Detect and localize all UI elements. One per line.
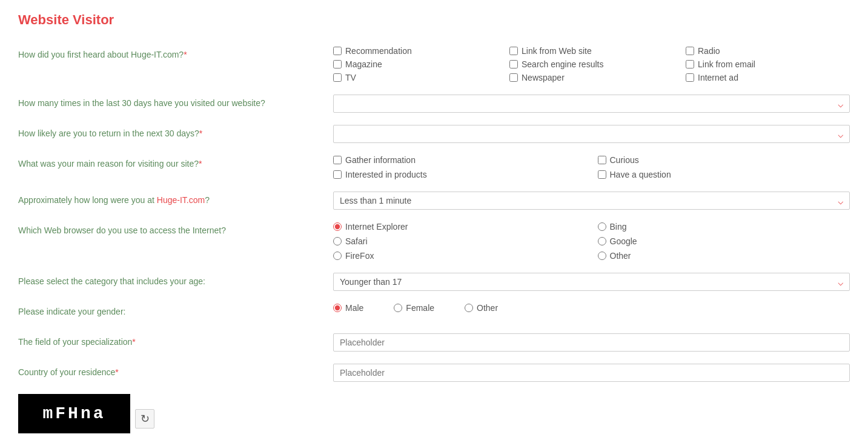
question-5-row: Approximately how long were you at Huge-… [18, 192, 850, 210]
age-select-wrapper: Younger than 17 17-25 26-35 36-45 46-55 … [333, 273, 850, 291]
question-2-label: How many times in the last 30 days have … [18, 95, 333, 110]
question-7-label: Please select the category that includes… [18, 273, 333, 288]
question-3-input: Very likely Likely Unlikely Very unlikel… [333, 125, 850, 143]
radio-female-label: Female [406, 303, 434, 313]
radio-male-label: Male [345, 303, 363, 313]
question-4-row: What was your main reason for visiting o… [18, 155, 850, 179]
checkbox-link-email-label: Link from email [698, 59, 755, 69]
visits-select[interactable]: 1 2-5 6-10 More than 10 [333, 95, 850, 113]
checkbox-newspaper[interactable]: Newspaper [509, 73, 674, 82]
checkbox-mag-label: Magazine [345, 59, 382, 69]
radio-firefox[interactable]: FireFox [333, 251, 586, 261]
visits-select-wrapper: 1 2-5 6-10 More than 10 ⌵ [333, 95, 850, 113]
question-9-label: The field of your specialization* [18, 333, 333, 349]
checkbox-link-web[interactable]: Link from Web site [509, 46, 674, 56]
captcha-row: mFHna ↻ [18, 394, 850, 437]
checkbox-link-web-input[interactable] [509, 47, 518, 55]
captcha-image-row: mFHna ↻ [18, 394, 154, 433]
checkbox-radio-input[interactable] [686, 47, 694, 55]
question-8-label: Please indicate your gender: [18, 303, 333, 318]
captcha-image: mFHna [18, 394, 130, 433]
question-1-options: Recommendation Link from Web site Radio … [333, 46, 850, 82]
question-10-row: Country of your residence* [18, 364, 850, 382]
checkbox-question[interactable]: Have a question [598, 170, 850, 179]
radio-other-browser-input[interactable] [598, 252, 606, 260]
checkbox-tv-label: TV [345, 73, 356, 82]
radio-google[interactable]: Google [598, 236, 850, 246]
checkbox-radio[interactable]: Radio [686, 46, 850, 56]
checkbox-search-input[interactable] [509, 60, 518, 68]
checkbox-internet-ad-input[interactable] [686, 73, 694, 82]
duration-select[interactable]: Less than 1 minute 1-5 minutes 5-15 minu… [333, 192, 850, 210]
page-title: Website Visitor [18, 12, 850, 28]
specialization-input[interactable] [333, 333, 850, 352]
captcha-refresh-icon: ↻ [141, 412, 150, 425]
country-input[interactable] [333, 364, 850, 382]
radio-firefox-input[interactable] [333, 252, 342, 260]
checkbox-newspaper-label: Newspaper [522, 73, 565, 82]
captcha-refresh-button[interactable]: ↻ [135, 409, 154, 429]
checkbox-interested-input[interactable] [333, 170, 342, 179]
question-7-row: Please select the category that includes… [18, 273, 850, 291]
question-2-row: How many times in the last 30 days have … [18, 95, 850, 113]
radio-google-label: Google [610, 236, 637, 246]
question-10-label: Country of your residence* [18, 364, 333, 379]
checkbox-internet-ad-label: Internet ad [698, 73, 738, 82]
heard-about-checkboxes: Recommendation Link from Web site Radio … [333, 46, 850, 82]
question-5-input: Less than 1 minute 1-5 minutes 5-15 minu… [333, 192, 850, 210]
radio-other-browser[interactable]: Other [598, 251, 850, 261]
age-select[interactable]: Younger than 17 17-25 26-35 36-45 46-55 … [333, 273, 850, 291]
checkbox-question-input[interactable] [598, 170, 606, 179]
checkbox-question-label: Have a question [610, 170, 671, 179]
radio-ie-label: Internet Explorer [345, 222, 408, 232]
checkbox-radio-label: Radio [698, 46, 720, 56]
radio-ie[interactable]: Internet Explorer [333, 222, 586, 232]
reason-checkboxes: Gather information Curious Interested in… [333, 155, 850, 179]
checkbox-interested[interactable]: Interested in products [333, 170, 586, 179]
gender-radio-row: Male Female Other [333, 303, 850, 313]
radio-safari-label: Safari [345, 236, 368, 246]
checkbox-tv[interactable]: TV [333, 73, 497, 82]
question-8-options: Male Female Other [333, 303, 850, 313]
radio-safari[interactable]: Safari [333, 236, 586, 246]
question-10-input [333, 364, 850, 382]
checkbox-magazine[interactable]: Magazine [333, 59, 497, 69]
browser-col-right: Bing Google Other [598, 222, 850, 261]
radio-other-gender-input[interactable] [465, 304, 473, 312]
radio-male[interactable]: Male [333, 303, 363, 313]
radio-bing-input[interactable] [598, 222, 606, 231]
radio-other-browser-label: Other [610, 251, 631, 261]
radio-bing[interactable]: Bing [598, 222, 850, 232]
radio-firefox-label: FireFox [345, 251, 374, 261]
radio-bing-label: Bing [610, 222, 627, 232]
checkbox-internet-ad[interactable]: Internet ad [686, 73, 850, 82]
radio-female[interactable]: Female [394, 303, 434, 313]
radio-google-input[interactable] [598, 237, 606, 245]
checkbox-tv-input[interactable] [333, 73, 342, 82]
checkbox-interested-label: Interested in products [345, 170, 427, 179]
radio-ie-input[interactable] [333, 222, 342, 231]
radio-female-input[interactable] [394, 304, 402, 312]
radio-other-gender[interactable]: Other [465, 303, 498, 313]
duration-select-wrapper: Less than 1 minute 1-5 minutes 5-15 minu… [333, 192, 850, 210]
question-9-input [333, 333, 850, 352]
checkbox-link-web-label: Link from Web site [522, 46, 592, 56]
checkbox-search-engine[interactable]: Search engine results [509, 59, 674, 69]
checkbox-link-email[interactable]: Link from email [686, 59, 850, 69]
question-3-row: How likely are you to return in the next… [18, 125, 850, 143]
checkbox-curious-input[interactable] [598, 156, 606, 164]
question-7-input: Younger than 17 17-25 26-35 36-45 46-55 … [333, 273, 850, 291]
question-6-label: Which Web browser do you use to access t… [18, 222, 333, 237]
checkbox-gather-input[interactable] [333, 156, 342, 164]
return-select[interactable]: Very likely Likely Unlikely Very unlikel… [333, 125, 850, 143]
checkbox-mag-input[interactable] [333, 60, 342, 68]
radio-safari-input[interactable] [333, 237, 342, 245]
checkbox-rec-input[interactable] [333, 47, 342, 55]
checkbox-link-email-input[interactable] [686, 60, 694, 68]
browser-col-left: Internet Explorer Safari FireFox [333, 222, 586, 261]
radio-male-input[interactable] [333, 304, 342, 312]
checkbox-gather[interactable]: Gather information [333, 155, 586, 165]
checkbox-curious[interactable]: Curious [598, 155, 850, 165]
checkbox-recommendation[interactable]: Recommendation [333, 46, 497, 56]
checkbox-newspaper-input[interactable] [509, 73, 518, 82]
